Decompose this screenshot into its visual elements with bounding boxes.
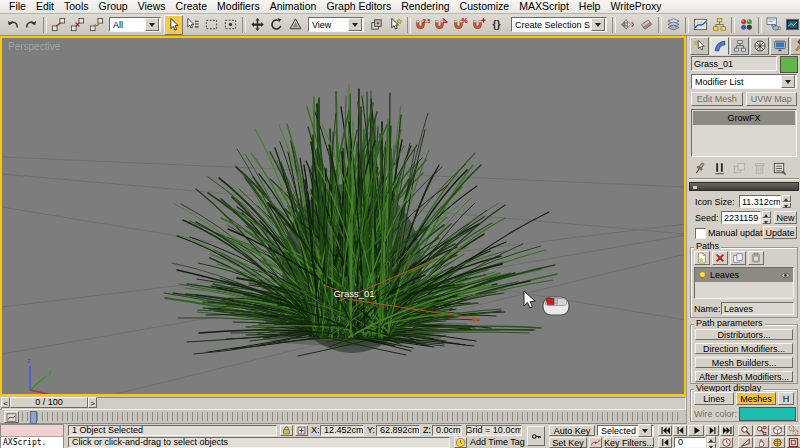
next-frame-icon[interactable] <box>705 425 719 436</box>
menu-graph-editors[interactable]: Graph Editors <box>321 0 396 13</box>
hierarchy-tab-button[interactable] <box>730 37 749 55</box>
modifier-stack-item[interactable]: GrowFX <box>693 111 795 125</box>
new-seed-button[interactable]: New <box>774 211 797 224</box>
select-scale-icon[interactable] <box>286 15 305 35</box>
rollout-header[interactable] <box>689 182 799 191</box>
menu-group[interactable]: Group <box>94 0 133 13</box>
time-slider-left-arrow[interactable]: < <box>1 397 10 408</box>
listener-pane[interactable]: AXScript. <box>1 437 63 448</box>
undo-icon[interactable] <box>3 15 22 35</box>
reference-coordinate-dropdown[interactable]: View <box>308 17 364 32</box>
key-filters-button[interactable]: Key Filters... <box>604 437 654 448</box>
maxscript-mini-listener[interactable]: AXScript. <box>0 424 64 448</box>
track-bar[interactable] <box>0 410 686 424</box>
set-key-button[interactable]: Set Key <box>549 437 587 448</box>
redo-icon[interactable] <box>22 15 41 35</box>
window-crossing-icon[interactable] <box>221 15 240 35</box>
seed-spinner[interactable] <box>762 211 771 224</box>
x-coord-field[interactable]: 12.452cm <box>320 425 364 436</box>
fov-icon[interactable] <box>738 437 753 448</box>
time-slider[interactable]: < 0 / 100 > <box>0 396 686 410</box>
remove-modifier-icon[interactable] <box>751 160 768 177</box>
display-mode-lines-button[interactable]: Lines <box>694 392 734 405</box>
edit-mesh-button[interactable]: Edit Mesh <box>691 92 743 106</box>
track-bar-frame-marker[interactable] <box>30 411 37 424</box>
after-mesh-modifiers-button[interactable]: After Mesh Modifiers... <box>695 371 793 382</box>
copy-path-icon[interactable] <box>730 251 746 265</box>
auto-key-button[interactable]: Auto Key <box>549 425 595 436</box>
align-icon[interactable] <box>637 15 656 35</box>
play-icon[interactable] <box>688 425 704 436</box>
modifier-stack[interactable]: GrowFX <box>691 109 797 157</box>
modify-tab-button[interactable] <box>710 37 729 55</box>
perspective-viewport[interactable]: zyx Perspective Grass_01 <box>0 36 686 396</box>
maximize-toggle-icon[interactable] <box>786 437 800 448</box>
snap-toggle-icon[interactable]: 2.5 <box>413 15 432 35</box>
manual-update-checkbox[interactable] <box>695 228 706 239</box>
time-slider-handle[interactable]: 0 / 100 <box>10 397 88 408</box>
select-move-icon[interactable] <box>248 15 267 35</box>
y-coord-field[interactable]: 62.892cm <box>376 425 420 436</box>
object-color-swatch[interactable] <box>780 56 798 73</box>
uvw-map-button[interactable]: UVW Map <box>746 92 798 106</box>
select-link-icon[interactable] <box>49 15 68 35</box>
pan-icon[interactable] <box>754 437 769 448</box>
display-mode-meshes-button[interactable]: Meshes <box>736 392 776 405</box>
icon-size-spinner[interactable] <box>782 195 791 208</box>
named-selection-sets-icon[interactable]: {} <box>489 15 508 35</box>
menu-customize[interactable]: Customize <box>455 0 515 13</box>
z-coord-field[interactable]: 0.0cm <box>432 425 462 436</box>
chevron-down-icon[interactable] <box>145 18 159 31</box>
utilities-tab-button[interactable] <box>790 37 800 55</box>
spinner-snap-icon[interactable] <box>470 15 489 35</box>
add-time-tag[interactable]: Add Time Tag <box>470 437 525 448</box>
schematic-view-icon[interactable] <box>710 15 729 35</box>
zoom-all-icon[interactable] <box>754 425 769 436</box>
zoom-extents-all-icon[interactable] <box>786 425 800 436</box>
percent-snap-icon[interactable]: % <box>451 15 470 35</box>
layer-manager-icon[interactable] <box>664 15 683 35</box>
paste-path-icon[interactable] <box>748 251 764 265</box>
arc-rotate-icon[interactable] <box>770 437 785 448</box>
paths-list[interactable]: Leaves <box>694 267 794 299</box>
menu-file[interactable]: File <box>4 0 31 13</box>
seed-field[interactable]: 2231159 <box>721 211 761 224</box>
time-slider-track[interactable] <box>1 397 686 410</box>
motion-tab-button[interactable] <box>750 37 769 55</box>
menu-maxscript[interactable]: MAXScript <box>514 0 574 13</box>
bind-spacewarp-icon[interactable] <box>87 15 106 35</box>
configure-modifier-sets-icon[interactable] <box>771 160 788 177</box>
menu-create[interactable]: Create <box>171 0 213 13</box>
create-tab-button[interactable] <box>690 37 709 55</box>
mirror-icon[interactable] <box>618 15 637 35</box>
key-mode-toggle-icon[interactable] <box>658 437 672 448</box>
menu-rendering[interactable]: Rendering <box>396 0 454 13</box>
menu-tools[interactable]: Tools <box>59 0 94 13</box>
icon-size-field[interactable]: 11.312cm <box>739 195 781 208</box>
angle-snap-icon[interactable] <box>432 15 451 35</box>
show-end-result-icon[interactable] <box>711 160 728 177</box>
menu-writeproxy[interactable]: WriteProxy <box>605 0 666 13</box>
prev-frame-icon[interactable] <box>673 425 687 436</box>
modifier-list-dropdown[interactable]: Modifier List <box>691 74 797 89</box>
select-manipulate-icon[interactable] <box>386 15 405 35</box>
pin-stack-icon[interactable] <box>691 160 708 177</box>
chevron-down-icon[interactable] <box>781 75 795 88</box>
wire-color-swatch[interactable] <box>739 407 796 421</box>
rect-selection-icon[interactable] <box>202 15 221 35</box>
named-selection-set-dropdown[interactable]: Create Selection Set <box>511 17 607 32</box>
current-frame-field[interactable]: 0 <box>674 437 706 448</box>
unlink-icon[interactable] <box>68 15 87 35</box>
select-object-icon[interactable] <box>164 15 183 35</box>
make-unique-icon[interactable] <box>731 160 748 177</box>
display-mode-h-button[interactable]: H <box>778 392 794 405</box>
time-slider-right-arrow[interactable]: > <box>88 397 97 408</box>
select-rotate-icon[interactable] <box>267 15 286 35</box>
material-editor-icon[interactable] <box>737 15 756 35</box>
path-name-field[interactable]: Leaves <box>721 302 794 315</box>
chevron-down-icon[interactable] <box>348 18 362 31</box>
selection-lock-icon[interactable] <box>280 425 293 436</box>
menu-views[interactable]: Views <box>133 0 171 13</box>
direction-modifiers-button[interactable]: Direction Modifiers... <box>695 343 793 354</box>
eye-icon[interactable] <box>780 270 791 281</box>
